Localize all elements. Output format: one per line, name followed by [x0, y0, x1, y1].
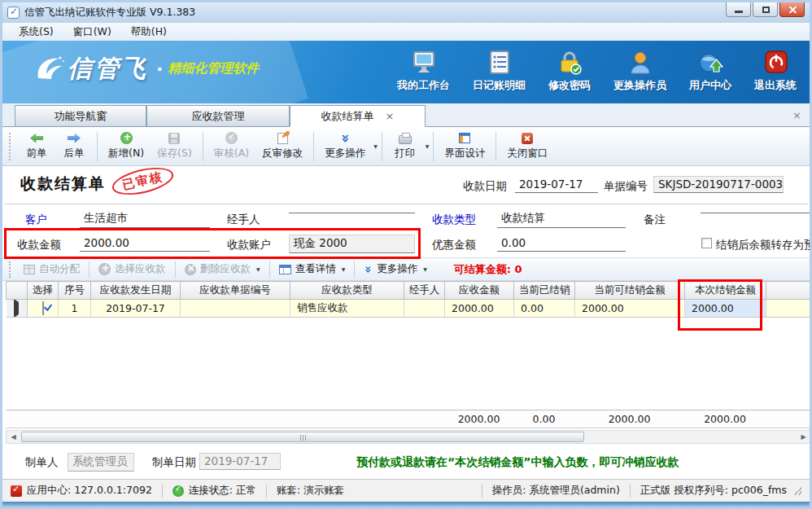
operator-status: 操作员: 系统管理员(admin): [492, 484, 620, 498]
resize-grip[interactable]: [793, 487, 801, 495]
grid-more-actions-button[interactable]: 更多操作 ▼: [358, 261, 433, 278]
discount-field[interactable]: 0.00: [497, 235, 626, 252]
menu-bar: 系统(S) 窗口(W) 帮助(H): [2, 23, 810, 41]
view-detail-button[interactable]: 查看详情 ▼: [273, 261, 351, 278]
tab-close-icon[interactable]: ×: [386, 110, 395, 122]
receipt-type-field[interactable]: 收款结算: [497, 210, 626, 228]
receipt-account-field[interactable]: 现金 2000: [289, 235, 415, 253]
close-window-button[interactable]: 关闭窗口: [500, 129, 554, 163]
scrollbar-thumb[interactable]: [21, 432, 584, 442]
make-date-label: 制单日期: [152, 455, 196, 470]
horizontal-scrollbar[interactable]: ◀ ▶: [6, 430, 811, 444]
unaudit-edit-button[interactable]: 反审修改: [255, 129, 309, 163]
dropdown-caret-icon: ▼: [342, 266, 346, 272]
receipt-amount-field[interactable]: 2000.00: [80, 235, 210, 252]
new-button[interactable]: 新增(N): [102, 129, 151, 163]
settled-cell[interactable]: 0.00: [514, 300, 575, 318]
brand-name: 信管飞: [68, 52, 148, 86]
doc-no-label: 单据编号: [604, 179, 648, 194]
tab-receivables[interactable]: 应收款管理: [146, 105, 290, 127]
edit-doc-icon: [277, 133, 288, 144]
app-logo-icon: [11, 485, 22, 497]
row-select-cell[interactable]: [28, 300, 59, 318]
summary-current-settle: 2000.00: [684, 410, 766, 428]
double-chevron-icon: [365, 265, 373, 273]
doc-no-cell[interactable]: [181, 300, 290, 318]
doc-no-field[interactable]: SKJSD-20190717-0003: [653, 176, 784, 193]
dropdown-caret-icon: ▼: [373, 143, 378, 149]
restore-button[interactable]: [753, 2, 778, 17]
print-button[interactable]: 打印 ▼: [386, 129, 430, 163]
banner-button-exit[interactable]: 退出系统: [754, 50, 797, 93]
toolbar-grip: [9, 261, 11, 278]
toolbar-grip: [9, 133, 11, 160]
banner-button-user-center[interactable]: 用户中心: [689, 50, 731, 93]
menu-help[interactable]: 帮助(H): [121, 24, 177, 41]
amount-cell[interactable]: 2000.00: [445, 300, 514, 318]
col-seq[interactable]: 序号: [59, 282, 91, 300]
row-checkbox[interactable]: [42, 301, 44, 315]
handler-cell[interactable]: [404, 300, 445, 318]
restore-icon: [762, 7, 770, 13]
col-settleable[interactable]: 当前可结销金额: [575, 282, 685, 300]
dropdown-caret-icon: ▼: [426, 143, 430, 149]
select-receivable-button[interactable]: 选择应收款: [93, 261, 172, 278]
col-handler[interactable]: 经手人: [404, 282, 445, 300]
row-selector[interactable]: [7, 300, 28, 318]
title-bar: 信管飞出纳记账软件专业版 V9.1.383: [2, 2, 810, 23]
customer-field[interactable]: 生活超市: [80, 210, 210, 228]
audit-button[interactable]: 审核(A): [207, 129, 255, 163]
row-pointer-icon: [14, 300, 19, 318]
grid-row-1[interactable]: 1 2019-07-17 销售应收款 2000.00 0.00 2000.00 …: [7, 300, 812, 318]
close-button[interactable]: [779, 2, 805, 17]
exit-power-icon: [762, 50, 789, 75]
add-circle-icon: [120, 132, 133, 144]
tab-receipt-settlement[interactable]: 收款结算单 ×: [290, 105, 426, 127]
banner-button-switch-operator[interactable]: 更换操作员: [613, 50, 666, 93]
menu-system[interactable]: 系统(S): [9, 24, 63, 41]
auto-allocate-button[interactable]: 自动分配: [18, 261, 85, 278]
summary-amount: 2000.00: [444, 410, 513, 428]
tab-function-nav[interactable]: 功能导航窗: [15, 105, 146, 127]
col-amount[interactable]: 应收金额: [445, 282, 514, 300]
banner-button-journal[interactable]: 日记账明细: [473, 50, 526, 93]
banner-button-workstation[interactable]: 我的工作台: [397, 50, 450, 93]
tabstrip-close-icon[interactable]: ×: [792, 109, 801, 121]
col-settled[interactable]: 当前已结销: [514, 282, 575, 300]
prev-doc-button[interactable]: 前单: [18, 129, 55, 163]
remark-field[interactable]: [701, 210, 810, 213]
minimize-icon: [735, 11, 743, 13]
date-cell[interactable]: 2019-07-17: [91, 300, 181, 318]
menu-window[interactable]: 窗口(W): [63, 24, 121, 41]
scroll-right-arrow-icon[interactable]: ▶: [797, 431, 810, 443]
more-actions-button[interactable]: 更多操作 ▼: [318, 129, 378, 163]
delete-receivable-button[interactable]: 删除应收款 ▼: [179, 261, 266, 278]
current-settle-cell[interactable]: 2000.00: [685, 300, 766, 318]
auto-allocate-icon: [24, 265, 35, 274]
scroll-left-arrow-icon[interactable]: ◀: [7, 431, 20, 443]
filler-cell: [766, 300, 812, 318]
status-bar: 应用中心: 127.0.0.1:7092 连接状态: 正常 账套: 演示账套 操…: [2, 479, 810, 502]
audit-check-icon: [225, 132, 238, 144]
minimize-button[interactable]: [726, 2, 751, 17]
handler-field[interactable]: [289, 210, 415, 213]
seq-cell[interactable]: 1: [59, 300, 91, 318]
col-current-settle[interactable]: 本次结销金额: [685, 282, 766, 300]
next-doc-button[interactable]: 后单: [55, 129, 93, 163]
document-toolbar: 前单 后单 新增(N) 保存(S) 审核(A) 反审修改 更多操作: [2, 127, 810, 166]
printer-icon: [399, 135, 412, 144]
col-type[interactable]: 应收款类型: [290, 282, 404, 300]
delete-circle-icon: [185, 264, 196, 275]
transfer-balance-checkbox[interactable]: [701, 238, 712, 248]
ui-design-button[interactable]: 界面设计: [438, 129, 491, 163]
save-button[interactable]: 保存(S): [151, 129, 199, 163]
settleable-cell[interactable]: 2000.00: [575, 300, 685, 318]
banner-button-change-password[interactable]: 修改密码: [548, 50, 591, 93]
col-date[interactable]: 应收款发生日期: [91, 282, 181, 300]
type-cell[interactable]: 销售应收款: [290, 300, 404, 318]
receipt-date-field[interactable]: 2019-07-17: [515, 177, 598, 193]
col-select[interactable]: 选择: [28, 282, 59, 300]
app-icon: [7, 7, 20, 19]
col-doc-no[interactable]: 应收款单据编号: [181, 282, 290, 300]
detail-table-icon: [279, 265, 291, 274]
